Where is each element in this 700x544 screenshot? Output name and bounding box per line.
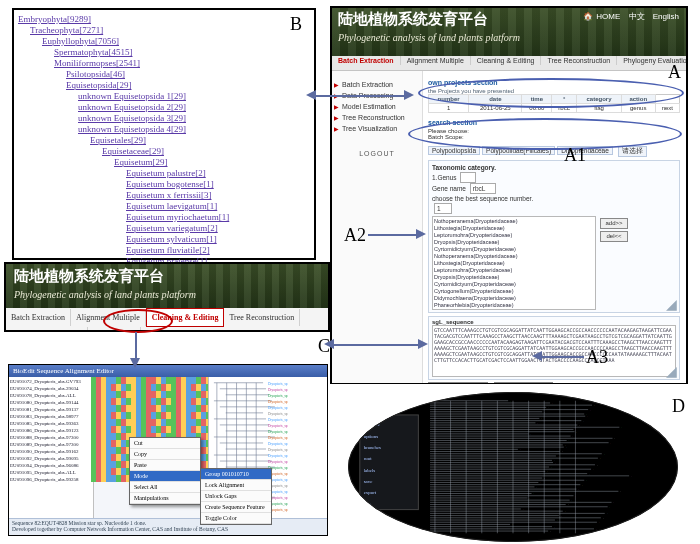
taxon-node[interactable]: Equisetum variegatum[2] xyxy=(126,223,308,234)
sequence-textarea[interactable]: GTCCAATTTCAAAGCCTGTCGTCGCAGGATTATCAATTGG… xyxy=(432,325,676,377)
alignment-seq-name[interactable]: EU091078_Dryopteris_abs.ALL xyxy=(10,392,92,399)
sidebar-item[interactable]: Batch Extraction xyxy=(332,79,422,90)
listbox-option[interactable]: Lithostegia(Dryopteridaceae) xyxy=(434,225,594,232)
context-menu-item[interactable]: Mode xyxy=(130,471,200,482)
listbox-option[interactable]: Didymochlaena(Dryopteridaceae) xyxy=(434,295,594,302)
taxon-node[interactable]: Embryophyta[9289] xyxy=(18,14,308,25)
listbox-option[interactable]: Cyrtomidictyum(Dryopteridaceae) xyxy=(434,246,594,253)
alignment-context-menu[interactable]: CutCopyPasteModeSelect AllManipulationsG… xyxy=(129,437,201,505)
tab-alignment-multiple[interactable]: Alignment Multiple xyxy=(401,56,471,65)
taxon-node[interactable]: unknown Equisetopsida 3[29] xyxy=(78,113,308,124)
alignment-seq-name[interactable]: EU091072_Dryopteris_abs.GV793 xyxy=(10,378,92,385)
context-submenu-item[interactable]: Create Sequence Feature xyxy=(201,502,271,513)
taxon-node[interactable]: Equisetum laevigatum[1] xyxy=(126,201,308,212)
listbox-option[interactable]: Nothoperanema(Dryopteridaceae) xyxy=(434,253,594,260)
del-button[interactable]: del<< xyxy=(600,231,628,242)
lang-cn[interactable]: 中文 xyxy=(629,12,645,21)
taxon-node[interactable]: unknown Equisetopsida 4[29] xyxy=(78,124,308,135)
taxon-node[interactable]: Equisetum myriochaetum[1] xyxy=(126,212,308,223)
panel-c-tab[interactable]: Visualization xyxy=(88,327,141,332)
taxon-node[interactable]: Psilotopsida[46] xyxy=(66,69,308,80)
lang-en[interactable]: English xyxy=(653,12,679,21)
panel-c-tabs[interactable]: Batch ExtractionAlignment MultipleCleani… xyxy=(6,308,328,330)
alignment-seq-name[interactable]: EU091080_Dryopteris_abs.99144 xyxy=(10,399,92,406)
context-menu-item[interactable]: Cut xyxy=(130,438,200,449)
projects-table[interactable]: numberdatetime°categoryaction12011-06-25… xyxy=(428,94,680,113)
choose-scope-button[interactable]: 请选择 xyxy=(618,146,647,157)
panel-c-tab[interactable]: Alignment Multiple xyxy=(71,309,146,326)
panel-c-tab[interactable]: Batch Extraction xyxy=(6,309,71,326)
taxon-node[interactable]: Equisetum[29] xyxy=(114,157,308,168)
alignment-seq-name[interactable]: EU091085_Dryopteris_abs.99363 xyxy=(10,420,92,427)
alignment-seq-name[interactable]: EU091094_Dryopteris_abs.96086 xyxy=(10,462,92,469)
visualization-tree[interactable]: plot treeoptionsbranchesrootlabelssaveex… xyxy=(352,396,674,538)
panel-c-tab[interactable]: Tree Reconstruction xyxy=(224,309,300,326)
taxon-node[interactable]: Moniliformopses[2541] xyxy=(54,58,308,69)
taxon-node[interactable]: Euphyllophyta[7056] xyxy=(42,36,308,47)
alignment-seq-name[interactable]: EU091088_Dryopteris_abs.97300 xyxy=(10,434,92,441)
taxon-node[interactable]: Equisetum bogotense[1] xyxy=(126,179,308,190)
tab-batch-extraction[interactable]: Batch Extraction xyxy=(332,56,401,65)
taxon-node[interactable]: Equisetum sylvaticum[1] xyxy=(126,234,308,245)
alignment-seq-name[interactable]: EU091095_Dryopteris_abs.ALL xyxy=(10,469,92,476)
listbox-option[interactable]: Plecosorus(Dryopteridaceae) xyxy=(434,309,594,310)
alignment-seq-name[interactable]: EU091083_Dryopteris_abs.98977 xyxy=(10,413,92,420)
header-top-links[interactable]: HOME 中文 English xyxy=(580,11,682,22)
logout-link[interactable]: LOGOUT xyxy=(332,150,422,157)
context-submenu-item[interactable]: Group 001010710 xyxy=(201,469,271,480)
listbox-option[interactable]: Dryopsis(Dryopteridaceae) xyxy=(434,239,594,246)
listbox-option[interactable]: Lithostegia(Dryopteridaceae) xyxy=(434,260,594,267)
taxon-node[interactable]: Equisetales[29] xyxy=(90,135,308,146)
block-resize-handle[interactable]: ◢ xyxy=(666,363,677,379)
listbox-option[interactable]: Phaneorhlebia(Dryopteridaceae) xyxy=(434,302,594,309)
taxcat-genus-dropdown[interactable] xyxy=(460,172,476,183)
taxon-node[interactable]: Equisetaceae[29] xyxy=(102,146,308,157)
listbox-option[interactable]: Cyrtogonellum(Dryopteridaceae) xyxy=(434,288,594,295)
alignment-seq-name[interactable]: EU091074_Dryopteris_abs.29034 xyxy=(10,385,92,392)
taxcat-gene-dropdown[interactable]: rbcL xyxy=(470,183,497,194)
listbox-option[interactable]: Leptorumohra(Dryopteridaceae) xyxy=(434,267,594,274)
taxon-node[interactable]: Spermatophyta[4515] xyxy=(54,47,308,58)
taxon-node[interactable]: Equisetum fluviatile[2] xyxy=(126,245,308,256)
scope-breadcrumb[interactable]: PolypodiopsidaPolypodiidae(Filicales)Dry… xyxy=(428,146,680,157)
taxon-node[interactable]: Equisetum palustre[2] xyxy=(126,168,308,179)
alignment-seq-name[interactable]: EU091092_Dryopteris_abs.99095 xyxy=(10,455,92,462)
tab-tree-reconstruction[interactable]: Tree Reconstruction xyxy=(541,56,617,65)
panel-c-tab[interactable]: Phylogeny Evaluation xyxy=(6,327,88,332)
taxa-listbox[interactable]: Nothoperanema(Dryopteridaceae)Lithostegi… xyxy=(432,216,596,310)
home-link[interactable]: HOME xyxy=(583,12,620,21)
context-menu-item[interactable]: Paste xyxy=(130,460,200,471)
sidebar-item[interactable]: Tree Visualization xyxy=(332,123,422,134)
listbox-option[interactable]: Leptorumohra(Dryopteridaceae) xyxy=(434,232,594,239)
alignment-seq-name[interactable]: EU091086_Dryopteris_abs.99123 xyxy=(10,427,92,434)
context-menu-item[interactable]: Copy xyxy=(130,449,200,460)
context-menu-item[interactable]: Select All xyxy=(130,482,200,493)
alignment-sequence-names[interactable]: EU091072_Dryopteris_abs.GV793EU091074_Dr… xyxy=(9,377,94,521)
alignment-seq-name[interactable]: EU091081_Dryopteris_abs.99137 xyxy=(10,406,92,413)
breadcrumb-item[interactable]: Polypodiidae(Filicales) xyxy=(482,146,555,155)
alignment-seq-name[interactable]: EU091089_Dryopteris_abs.97300 xyxy=(10,441,92,448)
listbox-option[interactable]: Nothoperanema(Dryopteridaceae) xyxy=(434,218,594,225)
alignment-seq-name[interactable]: EU091096_Dryopteris_abs.99258 xyxy=(10,476,92,483)
taxon-node[interactable]: Tracheophyta[7271] xyxy=(30,25,308,36)
tab-cleaning-editing[interactable]: Cleaning & Editing xyxy=(471,56,542,65)
context-submenu-item[interactable]: Toggle Color xyxy=(201,513,271,524)
taxon-node[interactable]: Equisetum x ferrissii[3] xyxy=(126,190,308,201)
one-click-run-button[interactable]: One-Click Run xyxy=(494,382,554,383)
taxonomy-tree[interactable]: Embryophyta[9289]Tracheophyta[7271]Euphy… xyxy=(14,10,314,293)
platform-tabs[interactable]: Batch ExtractionAlignment MultipleCleani… xyxy=(332,56,686,71)
run-extraction-button[interactable]: Run Extraction xyxy=(428,382,488,383)
alignment-seq-name[interactable]: EU091090_Dryopteris_abs.99162 xyxy=(10,448,92,455)
sidebar-item[interactable]: Model Estimation xyxy=(332,101,422,112)
listbox-option[interactable]: Dryopsis(Dryopteridaceae) xyxy=(434,274,594,281)
context-submenu-item[interactable]: Unlock Gaps xyxy=(201,491,271,502)
taxcat-seqnum-input[interactable]: 1 xyxy=(434,203,452,214)
context-menu-item[interactable]: Manipulations xyxy=(130,493,200,504)
block-resize-handle[interactable]: ◢ xyxy=(666,296,677,312)
taxon-node[interactable]: unknown Equisetopsida 1[29] xyxy=(78,91,308,102)
breadcrumb-item[interactable]: Polypodiopsida xyxy=(428,146,480,155)
taxon-node[interactable]: unknown Equisetopsida 2[29] xyxy=(78,102,308,113)
listbox-option[interactable]: Cyrtomidictyum(Dryopteridaceae) xyxy=(434,281,594,288)
panel-c-tab[interactable]: Cleaning & Editing xyxy=(146,308,225,327)
add-button[interactable]: add>> xyxy=(600,218,628,229)
